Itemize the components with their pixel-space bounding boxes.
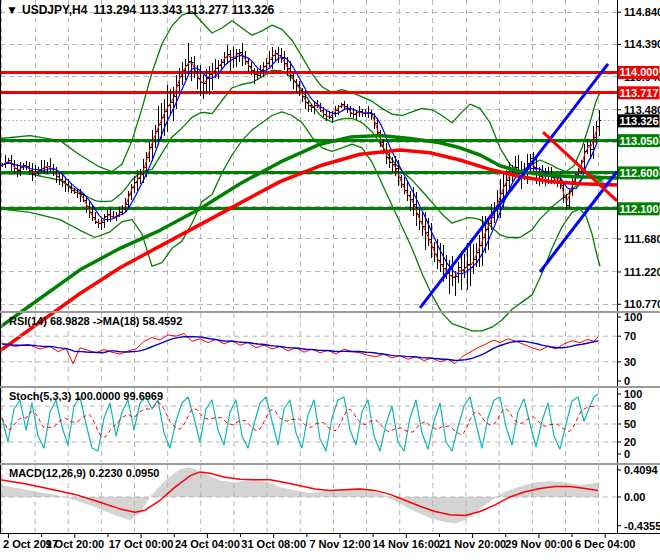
time-scale-axis[interactable]: [0, 534, 660, 560]
chart-window: ✳ 114.840114.390113.940113.480113.030112…: [0, 0, 660, 560]
price-scale-axis[interactable]: [618, 0, 660, 533]
rsi-plot-area[interactable]: [0, 313, 617, 385]
stoch-plot-area[interactable]: [0, 388, 617, 462]
main-plot-area[interactable]: [0, 0, 617, 310]
chart-canvas: ✳ 114.840114.390113.940113.480113.030112…: [0, 0, 660, 560]
macd-plot-area[interactable]: [0, 465, 617, 532]
